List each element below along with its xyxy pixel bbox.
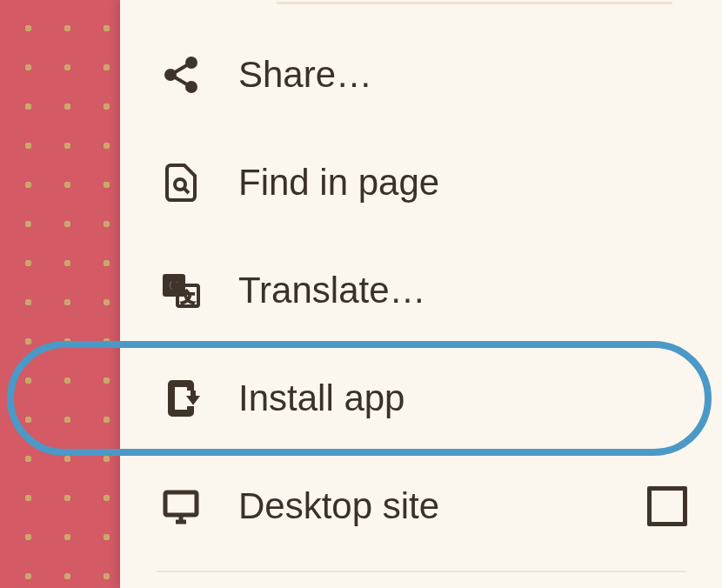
find-in-page-icon — [157, 162, 205, 204]
svg-point-0 — [186, 57, 197, 68]
menu-divider-bottom — [157, 571, 685, 572]
menu-item-label: Translate… — [238, 270, 687, 311]
menu-item-share[interactable]: Share… — [120, 21, 722, 129]
svg-point-5 — [175, 179, 185, 190]
menu-item-translate[interactable]: G 文 Translate… — [120, 237, 722, 344]
menu-item-label: Find in page — [238, 162, 687, 204]
menu-item-install-app[interactable]: Install app — [120, 344, 722, 452]
menu-divider-top — [277, 2, 672, 4]
menu-item-find-in-page[interactable]: Find in page — [120, 129, 722, 237]
svg-line-3 — [175, 65, 187, 72]
share-icon — [157, 54, 205, 96]
menu-list: Share… Find in page G 文 Tra — [120, 17, 722, 560]
desktop-icon — [157, 485, 205, 527]
overflow-menu-panel: Share… Find in page G 文 Tra — [120, 0, 722, 588]
svg-rect-11 — [165, 492, 197, 515]
svg-text:文: 文 — [180, 290, 195, 304]
svg-point-2 — [186, 82, 197, 92]
svg-line-6 — [184, 188, 189, 193]
menu-item-label: Desktop site — [238, 485, 647, 527]
desktop-site-checkbox[interactable] — [647, 486, 687, 526]
install-app-icon — [157, 378, 205, 419]
svg-line-4 — [175, 77, 187, 84]
menu-item-label: Share… — [238, 54, 687, 96]
translate-icon: G 文 — [157, 270, 205, 311]
svg-point-1 — [165, 70, 176, 80]
menu-item-label: Install app — [238, 378, 687, 419]
menu-item-desktop-site[interactable]: Desktop site — [120, 452, 722, 560]
